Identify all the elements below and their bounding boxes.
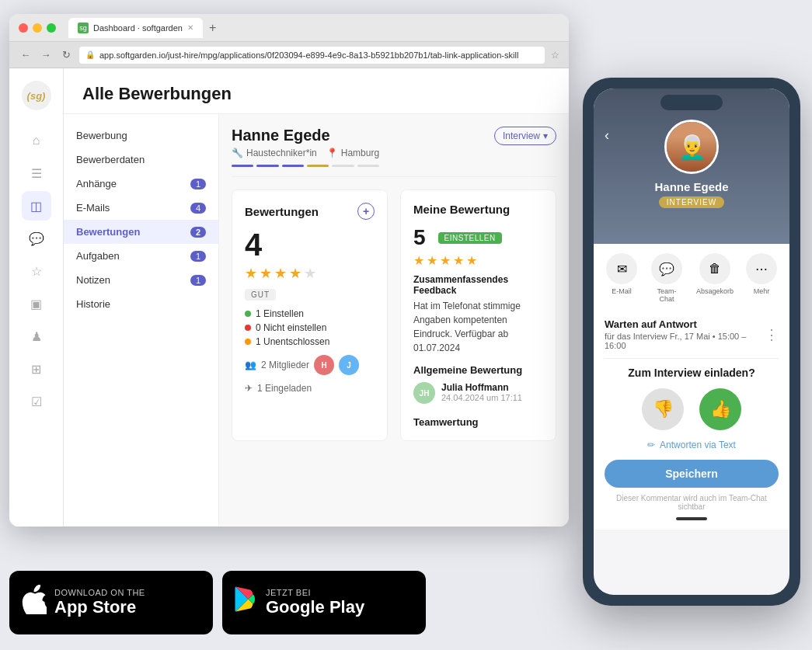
star-3: ★ [274, 265, 287, 282]
wait-subtitle: für das Interview Fr., 17 Mai • 15:00 – … [605, 332, 765, 350]
teamwertung-title: Teamwertung [413, 416, 543, 428]
teamchat-label: Team-Chat [650, 287, 684, 303]
reviewer-row: JH Julia Hoffmann 24.04.2024 um 17:11 [413, 382, 543, 404]
sidebar-item-layers[interactable]: ◫ [22, 191, 51, 221]
sidebar-item-chat[interactable]: 💬 [22, 224, 51, 253]
main-content: Alle Bewerbungen Bewerbung Bewerberdaten… [64, 68, 569, 527]
emails-badge: 4 [190, 203, 206, 214]
appstore-main: App Store [54, 597, 145, 617]
general-rating-title: Allgemeine Bewertung [413, 364, 543, 376]
ratings-title: Bewertungen + [245, 203, 375, 220]
ratings-score: 4 [245, 229, 375, 260]
members-icon: 👥 [245, 360, 256, 370]
refresh-button[interactable]: ↻ [59, 49, 73, 61]
menu-item-bewerbung[interactable]: Bewerbung [64, 123, 218, 148]
tab-bar: sg Dashboard · softgarden ✕ + [68, 18, 216, 38]
member-avatar-2: J [339, 355, 359, 375]
forward-button[interactable]: → [39, 49, 53, 61]
phone-status-tag: INTERVIEW [659, 196, 724, 208]
applicant-info: Hanne Egede 🔧 Haustechniker*in 📍 Hamburg [232, 127, 379, 167]
googleplay-badge[interactable]: JETZT BEI Google Play [222, 571, 426, 634]
phone-back-button[interactable]: ‹ [605, 127, 609, 144]
reject-icon: 🗑 [699, 253, 730, 284]
menu-item-notizen[interactable]: Notizen 1 [64, 268, 218, 292]
applicant-name: Hanne Egede [232, 127, 379, 144]
menu-item-bewerberdaten[interactable]: Bewerberdaten [64, 148, 218, 172]
back-button[interactable]: ← [19, 49, 33, 61]
progress-step-2 [256, 165, 278, 167]
tab-favicon: sg [78, 23, 89, 33]
new-tab-button[interactable]: + [209, 21, 216, 35]
bewertungen-badge: 2 [190, 227, 206, 238]
menu-item-bewertungen[interactable]: Bewertungen 2 [64, 220, 218, 244]
ratings-stars: ★ ★ ★ ★ ★ [245, 265, 375, 282]
phone-body: Warten auf Antwort für das Interview Fr.… [594, 309, 789, 530]
email-icon: ✉ [606, 253, 637, 284]
anhaenge-badge: 1 [190, 179, 206, 189]
chevron-down-icon: ▾ [543, 130, 548, 141]
vote-no-dot [245, 325, 251, 331]
progress-step-1 [232, 165, 253, 167]
logo-icon: (sg) [22, 81, 51, 110]
progress-step-5 [332, 165, 354, 167]
lock-icon: 🔒 [85, 50, 95, 59]
sidebar-item-calendar[interactable]: ⊞ [22, 354, 51, 384]
applicant-location: 📍 Hamburg [326, 148, 379, 158]
googleplay-main: Google Play [266, 597, 364, 617]
vote-maybe-row: 1 Unentschlossen [245, 336, 375, 347]
googleplay-sub: JETZT BEI [266, 588, 364, 597]
menu-item-emails[interactable]: E-Mails 4 [64, 196, 218, 220]
reject-label: Absagekorb [696, 287, 734, 295]
bookmark-icon[interactable]: ☆ [551, 50, 559, 61]
gut-label: GUT [245, 289, 276, 301]
tab-title: Dashboard · softgarden [93, 23, 183, 33]
close-btn[interactable] [19, 23, 28, 33]
add-rating-button[interactable]: + [357, 203, 375, 220]
sidebar-item-team[interactable]: ♟ [22, 322, 51, 351]
members-row: 👥 2 Mitglieder H J [245, 355, 375, 375]
menu-item-anhaenge[interactable]: Anhänge 1 [64, 172, 218, 196]
status-badge[interactable]: Interview ▾ [494, 127, 556, 145]
ratings-columns: Bewertungen + 4 ★ ★ ★ ★ ★ GUT [232, 189, 556, 441]
phone-action-teamchat[interactable]: 💬 Team-Chat [650, 253, 684, 303]
teamchat-icon: 💬 [651, 253, 682, 284]
wait-more-button[interactable]: ⋮ [765, 326, 779, 343]
phone-name-row: Hanne Egede INTERVIEW [594, 180, 789, 208]
phone-action-reject[interactable]: 🗑 Absagekorb [696, 253, 734, 303]
reviewer-name: Julia Hoffmann [441, 382, 522, 393]
menu-item-historie[interactable]: Historie [64, 292, 218, 316]
maximize-btn[interactable] [47, 23, 56, 33]
reviewer-date: 24.04.2024 um 17:11 [441, 393, 522, 402]
text-reply-button[interactable]: ✏ Antworten via Text [605, 440, 779, 450]
sidebar-item-feedback[interactable]: ▣ [22, 289, 51, 318]
home-indicator [676, 517, 707, 520]
wait-info: Warten auf Antwort für das Interview Fr.… [605, 318, 765, 350]
avatar-face: 👨‍🦳 [667, 122, 716, 172]
sidebar-item-star[interactable]: ☆ [22, 256, 51, 286]
sidebar-item-list[interactable]: ☰ [22, 158, 51, 188]
address-bar: ← → ↻ 🔒 app.softgarden.io/just-hire/mpg/… [9, 42, 569, 68]
app-logo[interactable]: (sg) [22, 81, 51, 110]
appstore-badge[interactable]: Download on the App Store [9, 571, 213, 634]
save-note: Dieser Kommentar wird auch im Team-Chat … [605, 494, 779, 511]
my-rating-stars: ★ ★ ★ ★ ★ [413, 253, 543, 268]
url-bar[interactable]: 🔒 app.softgarden.io/just-hire/mpg/applic… [79, 47, 545, 64]
sidebar-item-home[interactable]: ⌂ [22, 126, 51, 155]
sidebar-item-tasks[interactable]: ☑ [22, 387, 51, 416]
phone-action-more[interactable]: ⋯ Mehr [746, 253, 777, 303]
ratings-section: Bewertungen + 4 ★ ★ ★ ★ ★ GUT [232, 189, 388, 441]
my-star-5: ★ [466, 253, 477, 268]
reviewer-info: Julia Hoffmann 24.04.2024 um 17:11 [441, 382, 522, 402]
aufgaben-badge: 1 [190, 251, 206, 262]
more-icon: ⋯ [746, 253, 777, 284]
active-tab[interactable]: sg Dashboard · softgarden ✕ [68, 18, 203, 38]
tab-close-icon[interactable]: ✕ [187, 23, 193, 32]
minimize-btn[interactable] [33, 23, 42, 33]
vote-no-button[interactable]: 👎 [642, 388, 684, 430]
location-icon: 📍 [326, 148, 338, 158]
phone-action-email[interactable]: ✉ E-Mail [606, 253, 637, 303]
save-button[interactable]: Speichern [605, 460, 779, 488]
my-star-4: ★ [453, 253, 464, 268]
menu-item-aufgaben[interactable]: Aufgaben 1 [64, 244, 218, 268]
vote-yes-button[interactable]: 👍 [699, 388, 741, 430]
